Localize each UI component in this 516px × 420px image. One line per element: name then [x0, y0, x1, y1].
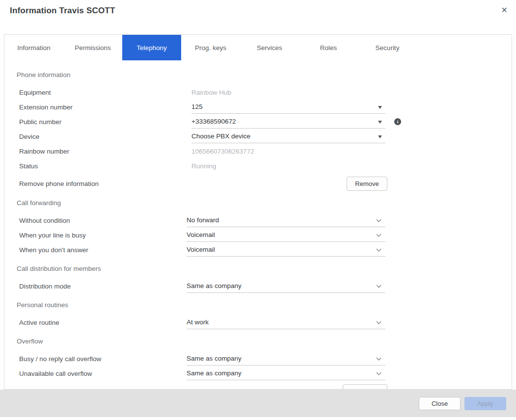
field-label: Extension number	[19, 104, 191, 111]
dialog-title: Information Travis SCOTT	[10, 6, 115, 16]
tab-telephony[interactable]: Telephony	[122, 35, 181, 60]
row-status: Status Running	[4, 158, 512, 173]
section-title-call-distribution: Call distribution for members	[4, 262, 512, 275]
active-routine-select[interactable]: At work	[187, 315, 385, 329]
row-device: Device Choose PBX device	[4, 129, 512, 144]
dialog-panel: Information Permissions Telephony Prog. …	[4, 34, 512, 390]
selected-value: +33368590672	[191, 118, 236, 125]
section-title-personal-routines: Personal routines	[4, 298, 512, 311]
row-public-number: Public number +33368590672 i	[4, 114, 512, 129]
chevron-down-icon	[377, 370, 381, 375]
close-button[interactable]: Close	[419, 397, 461, 410]
tab-roles[interactable]: Roles	[299, 35, 358, 60]
field-label: When you don't answer	[19, 246, 187, 254]
info-icon[interactable]: i	[394, 118, 401, 125]
field-label: Status	[19, 162, 191, 170]
remove-button[interactable]: Remove	[347, 177, 387, 191]
row-rainbow-number: Rainbow number 10656607306263772	[4, 144, 512, 158]
equipment-value: Rainbow Hub	[191, 89, 231, 96]
field-label: Device	[19, 133, 191, 140]
selected-value: Voicemail	[187, 231, 215, 238]
selected-value: At work	[187, 318, 209, 326]
section-title-phone-information: Phone information	[4, 68, 512, 81]
close-icon[interactable]: ✕	[499, 4, 510, 16]
chevron-down-icon	[377, 319, 381, 324]
tab-services[interactable]: Services	[240, 35, 299, 60]
row-extension-number: Extension number 125	[4, 100, 512, 114]
chevron-down-icon	[377, 232, 381, 237]
row-dont-answer: When you don't answer Voicemail	[4, 242, 512, 257]
dropdown-arrow-icon	[378, 106, 382, 109]
row-remove-phone-information: Remove phone information Remove	[4, 176, 512, 191]
row-active-routine: Active routine At work	[4, 315, 512, 330]
extension-number-select[interactable]: 125	[191, 100, 385, 114]
selected-value: Choose PBX device	[191, 132, 250, 140]
section-title-call-forwarding: Call forwarding	[4, 196, 512, 209]
tab-prog-keys[interactable]: Prog. keys	[181, 35, 240, 60]
field-label: Distribution mode	[19, 283, 187, 290]
row-distribution-mode: Distribution mode Same as company	[4, 279, 512, 293]
selected-value: No forward	[187, 216, 219, 224]
field-label: Busy / no reply call overflow	[19, 355, 187, 363]
row-without-condition: Without condition No forward	[4, 213, 512, 228]
busy-no-reply-overflow-select[interactable]: Same as company	[187, 352, 385, 366]
field-label: Rainbow number	[19, 148, 191, 155]
row-line-busy: When your line is busy Voicemail	[4, 228, 512, 242]
distribution-mode-select[interactable]: Same as company	[187, 279, 385, 293]
selected-value: Same as company	[187, 282, 242, 289]
row-equipment: Equipment Rainbow Hub	[4, 85, 512, 100]
field-label: Active routine	[19, 319, 187, 326]
selected-value: 125	[191, 103, 203, 110]
line-busy-select[interactable]: Voicemail	[187, 228, 385, 242]
row-unavailable-overflow: Unavailable call overflow Same as compan…	[4, 366, 512, 381]
tab-permissions[interactable]: Permissions	[63, 35, 122, 60]
field-label: Remove phone information	[19, 180, 191, 187]
selected-value: Same as company	[187, 369, 242, 377]
without-condition-select[interactable]: No forward	[187, 213, 385, 227]
row-busy-no-reply-overflow: Busy / no reply call overflow Same as co…	[4, 351, 512, 366]
apply-button[interactable]: Apply	[464, 397, 506, 410]
chevron-down-icon	[377, 217, 381, 222]
selected-value: Same as company	[187, 355, 242, 362]
device-select[interactable]: Choose PBX device	[191, 130, 385, 143]
chevron-down-icon	[377, 247, 381, 252]
unavailable-overflow-select[interactable]: Same as company	[187, 367, 385, 380]
chevron-down-icon	[377, 283, 381, 288]
field-label: Equipment	[19, 89, 191, 96]
rainbow-number-value: 10656607306263772	[191, 148, 254, 155]
dont-answer-select[interactable]: Voicemail	[187, 243, 385, 257]
field-label: Public number	[19, 118, 191, 126]
customize-button[interactable]: Customize	[343, 384, 387, 390]
section-title-overflow: Overflow	[4, 335, 512, 347]
dropdown-arrow-icon	[378, 135, 382, 138]
dialog-footer: Close Apply	[0, 390, 516, 417]
status-value: Running	[191, 162, 216, 170]
dropdown-arrow-icon	[378, 121, 382, 124]
tab-information[interactable]: Information	[4, 35, 63, 60]
selected-value: Voicemail	[187, 246, 215, 253]
tab-bar: Information Permissions Telephony Prog. …	[4, 35, 512, 60]
chevron-down-icon	[377, 356, 381, 361]
row-voicemail-management: Voicemail management Customize	[4, 383, 512, 390]
field-label: When your line is busy	[19, 232, 187, 239]
public-number-select[interactable]: +33368590672	[191, 115, 385, 129]
field-label: Without condition	[19, 217, 187, 224]
field-label: Unavailable call overflow	[19, 370, 187, 377]
tab-security[interactable]: Security	[358, 35, 417, 60]
